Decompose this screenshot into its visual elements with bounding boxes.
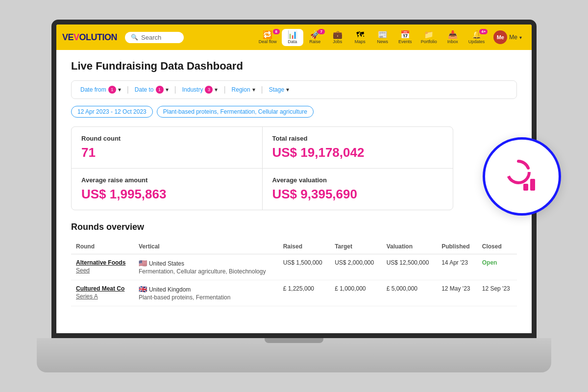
nav-item-inbox[interactable]: 📥 Inbox (442, 29, 464, 46)
avg-valuation-value: US$ 9,395,690 (272, 187, 443, 202)
stat-total-raised: Total raised US$ 19,178,042 (263, 127, 453, 168)
cell-round-1: Cultured Meat Co Series A (71, 280, 134, 306)
filter-divider-4: | (261, 85, 263, 94)
nav-item-news[interactable]: 📰 News (372, 29, 393, 46)
chart-badge (483, 137, 561, 216)
company-name-0[interactable]: Alternative Foods (76, 259, 129, 266)
cell-published-0: 14 Apr '23 (437, 254, 477, 280)
col-closed: Closed (477, 239, 517, 254)
cell-published-1: 12 May '23 (437, 280, 477, 306)
stage-filter[interactable]: Stage ▾ (267, 85, 291, 94)
filter-divider-2: | (174, 85, 176, 94)
date-from-filter[interactable]: Date from 1 ▾ (78, 85, 123, 95)
region-filter[interactable]: Region ▾ (230, 85, 257, 94)
raise-label: Raise (309, 39, 320, 44)
nav-item-events[interactable]: 📅 Events (394, 29, 416, 46)
nav-item-raise[interactable]: 🚀 Raise 7 (304, 29, 326, 46)
cell-valuation-0: US$ 12,500,000 (382, 254, 437, 280)
filter-divider-1: | (127, 85, 129, 94)
events-label: Events (398, 39, 412, 44)
cell-valuation-1: £ 5,000,000 (382, 280, 437, 306)
filter-bar: Date from 1 ▾ | Date to 1 ▾ | Industry 3 (71, 80, 517, 99)
col-target: Target (330, 239, 382, 254)
country-1: 🇬🇧United Kingdom (139, 285, 273, 293)
topnav: VEVOLUTION 🔍 Search 🔁 Deal flow 8 📊 Data (56, 24, 532, 50)
page-title: Live Fundraising Data Dashboard (71, 60, 517, 73)
news-label: News (377, 39, 389, 44)
round-count-label: Round count (81, 135, 252, 142)
rounds-section-title: Rounds overview (71, 222, 517, 232)
events-icon: 📅 (400, 31, 410, 39)
svg-rect-2 (530, 179, 535, 191)
industry-label: Industry (182, 86, 203, 93)
jobs-label: Jobs (333, 39, 342, 44)
date-from-badge: 1 (108, 86, 116, 94)
verticals-0: Fermentation, Cellular agriculture, Biot… (139, 268, 273, 275)
filter-divider-3: | (223, 85, 225, 94)
country-0: 🇺🇸United States (139, 259, 273, 267)
company-name-1[interactable]: Cultured Meat Co (76, 285, 129, 292)
nav-item-portfolio[interactable]: 📁 Portfolio (417, 29, 441, 46)
cell-raised-0: US$ 1,500,000 (278, 254, 330, 280)
nav-item-jobs[interactable]: 💼 Jobs (327, 29, 348, 46)
laptop-base (37, 338, 551, 372)
svg-point-1 (513, 166, 524, 178)
total-raised-value: US$ 19,178,042 (272, 145, 443, 160)
stat-avg-valuation: Average valuation US$ 9,395,690 (263, 169, 453, 210)
search-icon: 🔍 (131, 34, 138, 41)
cell-target-1: £ 1,000,000 (330, 280, 382, 306)
data-label: Data (288, 39, 297, 44)
industry-badge: 3 (205, 86, 213, 94)
chevron-down-icon: ▾ (519, 35, 522, 40)
jobs-icon: 💼 (333, 31, 343, 39)
stat-round-count: Round count 71 (72, 127, 262, 168)
search-label: Search (141, 34, 161, 41)
industry-tag-label: Plant-based proteins, Fermentation, Cell… (163, 108, 307, 115)
round-type-0[interactable]: Seed (76, 267, 90, 274)
avg-raise-label: Average raise amount (81, 176, 252, 184)
updates-badge: 4+ (479, 29, 488, 34)
search-box[interactable]: 🔍 Search (125, 32, 184, 43)
cell-vertical-0: 🇺🇸United States Fermentation, Cellular a… (134, 254, 278, 280)
laptop-hinge (265, 338, 323, 343)
total-raised-label: Total raised (272, 135, 443, 142)
nav-item-maps[interactable]: 🗺 Maps (349, 29, 371, 46)
round-type-1[interactable]: Series A (76, 293, 98, 300)
region-label: Region (232, 86, 250, 93)
col-round: Round (71, 239, 134, 254)
raise-badge: 7 (318, 29, 325, 34)
news-icon: 📰 (378, 31, 388, 39)
avg-raise-value: US$ 1,995,863 (81, 187, 252, 202)
portfolio-label: Portfolio (421, 39, 437, 44)
date-to-chevron: ▾ (166, 86, 169, 93)
inbox-icon: 📥 (448, 31, 458, 39)
nav-item-updates[interactable]: 🔔 Updates 4+ (465, 29, 489, 46)
avg-valuation-label: Average valuation (272, 176, 443, 184)
user-menu[interactable]: Me Me ▾ (490, 28, 526, 46)
cell-target-0: US$ 2,000,000 (330, 254, 382, 280)
rounds-table: Round Vertical Raised Target Valuation P… (71, 239, 517, 306)
nav-item-data[interactable]: 📊 Data (282, 29, 303, 46)
nav-item-dealflow[interactable]: 🔁 Deal flow 8 (255, 29, 281, 46)
industry-filter[interactable]: Industry 3 ▾ (180, 85, 220, 95)
logo: VEVOLUTION (62, 32, 117, 43)
maps-icon: 🗺 (356, 31, 364, 39)
date-range-tag[interactable]: 12 Apr 2023 - 12 Oct 2023 (71, 106, 153, 118)
status-closed-1: 12 Sep '23 (482, 285, 510, 292)
col-published: Published (437, 239, 477, 254)
date-to-filter[interactable]: Date to 1 ▾ (133, 85, 171, 95)
verticals-1: Plant-based proteins, Fermentation (139, 294, 273, 301)
date-range-label: 12 Apr 2023 - 12 Oct 2023 (77, 108, 147, 115)
industry-tag[interactable]: Plant-based proteins, Fermentation, Cell… (157, 106, 314, 118)
cell-raised-1: £ 1,225,000 (278, 280, 330, 306)
avatar: Me (493, 30, 507, 44)
date-to-label: Date to (135, 86, 154, 93)
dealflow-icon: 🔁 (263, 31, 272, 39)
active-filters: 12 Apr 2023 - 12 Oct 2023 Plant-based pr… (71, 106, 517, 118)
data-icon: 📊 (288, 31, 297, 39)
region-chevron: ▾ (252, 86, 255, 93)
user-label: Me (509, 34, 517, 41)
date-from-label: Date from (80, 86, 106, 93)
stat-avg-raise: Average raise amount US$ 1,995,863 (72, 169, 262, 210)
dealflow-label: Deal flow (259, 39, 277, 44)
